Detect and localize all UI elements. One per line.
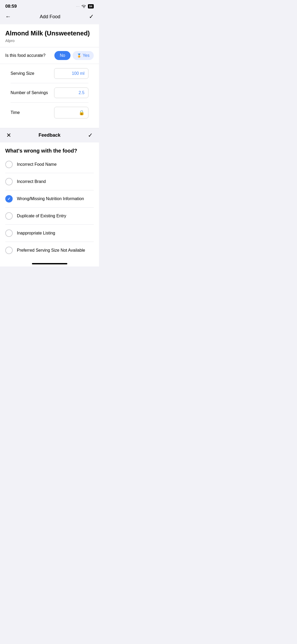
food-brand: Alpro [5, 38, 94, 43]
feedback-option[interactable]: ✓Wrong/Missing Nutrition Information [5, 190, 94, 208]
feedback-bar: ✕ Feedback ✓ [0, 128, 99, 142]
accuracy-buttons: No 🏅 Yes [54, 51, 94, 60]
feedback-content: What's wrong with the food? Incorrect Fo… [0, 142, 99, 259]
feedback-confirm-button[interactable]: ✓ [88, 132, 93, 139]
food-name: Almond Milk (Unsweetened) [5, 30, 94, 37]
signal-icon: ··· [76, 5, 80, 8]
radio-button [5, 247, 13, 254]
radio-button [5, 212, 13, 220]
accuracy-row: Is this food accurate? No 🏅 Yes [5, 47, 94, 64]
confirm-button[interactable]: ✓ [89, 13, 94, 20]
page-title: Add Food [40, 14, 60, 20]
option-label: Wrong/Missing Nutrition Information [17, 196, 84, 201]
feedback-close-button[interactable]: ✕ [6, 132, 11, 139]
battery-icon: 84 [88, 4, 94, 8]
accuracy-question: Is this food accurate? [5, 53, 45, 58]
option-label: Inappropriate Listing [17, 231, 55, 236]
status-icons: ··· 84 [76, 4, 94, 9]
radio-button [5, 229, 13, 237]
status-bar: 08:59 ··· 84 [0, 0, 99, 11]
serving-size-input[interactable] [54, 68, 88, 79]
time-input[interactable]: 🔒 [54, 107, 88, 118]
feedback-question: What's wrong with the food? [5, 148, 94, 154]
status-time: 08:59 [5, 4, 17, 9]
yes-label: Yes [83, 53, 89, 58]
radio-button: ✓ [5, 195, 13, 203]
wifi-icon [82, 4, 86, 9]
feedback-option[interactable]: Incorrect Brand [5, 173, 94, 190]
yes-button[interactable]: 🏅 Yes [73, 51, 94, 60]
radio-button [5, 178, 13, 185]
serving-size-label: Serving Size [11, 71, 34, 76]
radio-check-icon: ✓ [7, 197, 11, 201]
no-button[interactable]: No [54, 51, 70, 60]
option-label: Preferred Serving Size Not Available [17, 248, 85, 253]
feedback-options: Incorrect Food NameIncorrect Brand✓Wrong… [5, 156, 94, 259]
time-label: Time [11, 110, 20, 115]
radio-button [5, 161, 13, 168]
nav-header: ← Add Food ✓ [0, 11, 99, 24]
number-of-servings-input[interactable] [54, 88, 88, 98]
serving-size-row: Serving Size [11, 64, 88, 83]
back-button[interactable]: ← [5, 13, 11, 20]
number-of-servings-label: Number of Servings [11, 90, 48, 95]
option-label: Incorrect Food Name [17, 162, 56, 167]
home-bar [32, 263, 67, 264]
feedback-option[interactable]: Duplicate of Existing Entry [5, 208, 94, 225]
feedback-title: Feedback [39, 132, 60, 138]
feedback-option[interactable]: Incorrect Food Name [5, 156, 94, 173]
lock-icon: 🔒 [79, 110, 84, 116]
home-indicator [0, 259, 99, 266]
feedback-option[interactable]: Inappropriate Listing [5, 225, 94, 242]
time-row: Time 🔒 [11, 103, 88, 123]
form-section: Serving Size Number of Servings Time 🔒 [5, 64, 94, 123]
feedback-option[interactable]: Preferred Serving Size Not Available [5, 242, 94, 259]
food-info-section: Almond Milk (Unsweetened) Alpro Is this … [0, 24, 99, 128]
option-label: Duplicate of Existing Entry [17, 214, 66, 218]
award-icon: 🏅 [77, 53, 81, 58]
option-label: Incorrect Brand [17, 179, 46, 184]
number-of-servings-row: Number of Servings [11, 83, 88, 103]
